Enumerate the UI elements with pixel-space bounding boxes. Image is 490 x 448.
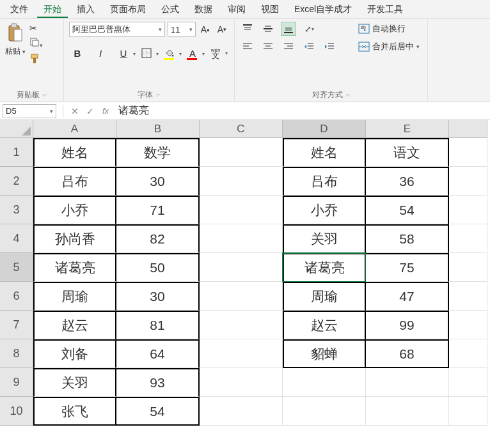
cell[interactable] [200, 397, 283, 426]
cell[interactable]: 50 [116, 253, 200, 282]
cell[interactable] [200, 224, 283, 253]
cell[interactable]: 诸葛亮 [33, 253, 116, 282]
row-header-9[interactable]: 9 [0, 368, 33, 397]
align-center-icon[interactable] [260, 40, 276, 54]
align-left-icon[interactable] [240, 40, 255, 54]
cell[interactable]: 54 [116, 397, 200, 426]
row-header-4[interactable]: 4 [0, 224, 33, 253]
cell[interactable] [200, 311, 283, 339]
fill-color-button[interactable]: ▾ [161, 45, 178, 61]
formula-input[interactable]: 诸葛亮 [113, 104, 490, 118]
cell[interactable] [449, 253, 487, 282]
decrease-indent-icon[interactable] [301, 40, 317, 54]
font-color-button[interactable]: A ▾ [184, 45, 201, 61]
cell[interactable]: 36 [366, 167, 449, 196]
cell[interactable] [200, 282, 283, 311]
cell[interactable]: 张飞 [33, 397, 116, 426]
col-header-f[interactable] [449, 120, 487, 138]
underline-button[interactable]: U▾ [115, 45, 132, 61]
format-painter-icon[interactable] [29, 53, 43, 66]
cell[interactable] [200, 339, 283, 368]
cell[interactable] [449, 224, 487, 253]
orientation-icon[interactable]: ⤢▾ [301, 22, 317, 36]
menu-page-layout[interactable]: 页面布局 [104, 1, 152, 18]
align-top-icon[interactable] [240, 22, 255, 36]
cell[interactable] [449, 311, 487, 339]
cell[interactable]: 47 [366, 282, 449, 311]
cell[interactable]: 93 [116, 368, 200, 397]
cell[interactable]: 64 [116, 339, 200, 368]
increase-font-icon[interactable]: A▴ [198, 22, 212, 36]
cell[interactable] [449, 167, 487, 196]
cell[interactable] [200, 196, 283, 224]
cell[interactable]: 小乔 [33, 196, 116, 224]
row-header-7[interactable]: 7 [0, 311, 33, 339]
menu-insert[interactable]: 插入 [70, 1, 101, 18]
border-button[interactable]: ▾ [138, 45, 155, 61]
cell[interactable] [449, 397, 487, 426]
row-header-6[interactable]: 6 [0, 282, 33, 311]
increase-indent-icon[interactable] [322, 40, 337, 54]
cell[interactable]: 数学 [116, 138, 200, 167]
menu-home[interactable]: 开始 [37, 1, 68, 18]
insert-function-icon[interactable]: fx [98, 104, 113, 118]
cell[interactable] [200, 253, 283, 282]
cell[interactable] [200, 167, 283, 196]
cell[interactable] [366, 397, 449, 426]
merge-center-button[interactable]: 合并后居中 ▾ [356, 40, 422, 54]
cell[interactable]: 赵云 [283, 311, 366, 339]
cell[interactable] [366, 368, 449, 397]
cell[interactable]: 82 [116, 224, 200, 253]
menu-formulas[interactable]: 公式 [155, 1, 186, 18]
menu-custom[interactable]: Excel自学成才 [288, 1, 358, 18]
phonetic-guide-button[interactable]: wén 文▾ [207, 45, 224, 61]
cell[interactable] [449, 282, 487, 311]
cell[interactable]: 吕布 [283, 167, 366, 196]
menu-file[interactable]: 文件 [4, 1, 35, 18]
col-header-d[interactable]: D [283, 120, 366, 138]
align-right-icon[interactable] [281, 40, 296, 54]
cell[interactable]: 关羽 [283, 224, 366, 253]
cell[interactable] [449, 368, 487, 397]
row-header-8[interactable]: 8 [0, 339, 33, 368]
cell[interactable]: 周瑜 [283, 282, 366, 311]
select-all-corner[interactable] [0, 120, 33, 138]
cell[interactable]: 语文 [366, 138, 449, 167]
italic-button[interactable]: I [92, 45, 109, 61]
cell[interactable]: 68 [366, 339, 449, 368]
cell[interactable]: 71 [116, 196, 200, 224]
col-header-b[interactable]: B [116, 120, 200, 138]
align-middle-icon[interactable] [260, 22, 276, 36]
name-box[interactable]: D5▾ [3, 104, 56, 118]
alignment-dialog-launcher[interactable]: ⌐ [347, 91, 351, 98]
bold-button[interactable]: B [69, 45, 86, 61]
cell[interactable] [449, 339, 487, 368]
menu-view[interactable]: 视图 [255, 1, 285, 18]
cut-icon[interactable]: ✂ [29, 23, 43, 33]
cell[interactable]: 姓名 [33, 138, 116, 167]
cell[interactable]: 赵云 [33, 311, 116, 339]
cell[interactable] [449, 196, 487, 224]
cell[interactable] [283, 397, 366, 426]
cell[interactable]: 刘备 [33, 339, 116, 368]
cell[interactable]: 周瑜 [33, 282, 116, 311]
decrease-font-icon[interactable]: A▾ [215, 22, 229, 36]
cell[interactable]: 81 [116, 311, 200, 339]
font-dialog-launcher[interactable]: ⌐ [157, 91, 161, 98]
row-header-5[interactable]: 5 [0, 253, 33, 282]
cell[interactable]: 58 [366, 224, 449, 253]
row-header-1[interactable]: 1 [0, 138, 33, 167]
cell[interactable] [200, 138, 283, 167]
cell[interactable]: 30 [116, 282, 200, 311]
wrap-text-button[interactable]: ab 自动换行 [356, 22, 422, 36]
align-bottom-icon[interactable] [281, 22, 296, 36]
col-header-c[interactable]: C [200, 120, 283, 138]
cell[interactable]: 关羽 [33, 368, 116, 397]
cell[interactable]: 30 [116, 167, 200, 196]
cell[interactable] [449, 138, 487, 167]
cell[interactable] [200, 368, 283, 397]
cell-active[interactable]: 诸葛亮 [283, 253, 366, 282]
font-size-select[interactable]: 11▾ [168, 22, 196, 37]
row-header-10[interactable]: 10 [0, 397, 33, 426]
col-header-a[interactable]: A [33, 120, 116, 138]
